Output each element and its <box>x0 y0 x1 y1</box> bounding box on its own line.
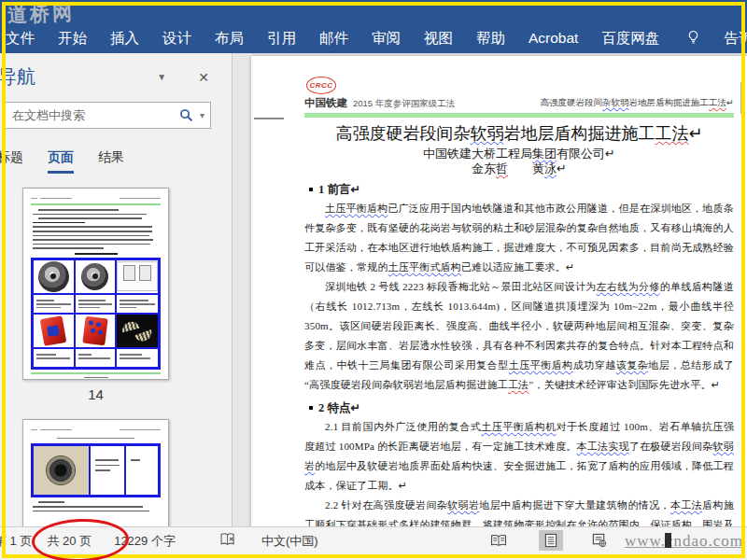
thumb-image-table <box>31 258 161 370</box>
cutterhead-photo-image <box>33 445 90 496</box>
paragraph: 深圳地铁 2 号线 2223 标段香梅北站～景田北站区间设计为左右线为分修的单线… <box>304 277 734 395</box>
menu-tab-审阅[interactable]: 审阅 <box>372 31 401 46</box>
lightbulb-icon <box>686 30 700 45</box>
header-rule-green <box>304 113 734 118</box>
status-bar: 第 1 页 共 20 页 12229 个字 中文(中国) <box>0 526 747 560</box>
daoqiao-watermark: 道桥网 <box>7 0 76 28</box>
ribbon-bar: 道桥网 文件开始插入设计布局引用邮件审阅视图帮助Acrobat百度网盘 告诉 <box>0 0 747 53</box>
menu-tab-插入[interactable]: 插入 <box>110 31 139 46</box>
nav-pane-header: 导航 ▼ ✕ <box>0 53 232 90</box>
cutter-disc-image <box>81 263 108 290</box>
thumb-crcc-logo-mark <box>31 429 37 431</box>
document-page[interactable]: CRCC 中国铁建 2015 年度参评国家级工法 高强度硬岩段间杂软弱岩地层盾构… <box>251 56 747 560</box>
paragraph: 2.1 目前国内外广泛使用的复合式土压平衡盾构机对于长度超过 100m、岩石单轴… <box>304 417 734 496</box>
thumb-header <box>31 427 161 433</box>
word-window: 道桥网 文件开始插入设计布局引用邮件审阅视图帮助Acrobat百度网盘 告诉 导… <box>0 0 747 560</box>
thumb-header <box>31 195 161 202</box>
menu-tab-引用[interactable]: 引用 <box>267 31 296 46</box>
menu-tab-Acrobat[interactable]: Acrobat <box>529 31 578 46</box>
menu-tab-tellme[interactable]: 告诉 <box>724 31 747 46</box>
thumb-crcc-logo-mark <box>31 198 37 200</box>
nav-tab-结果[interactable]: 结果 <box>98 149 124 174</box>
authors-line: 金东哲 黄泳↵ <box>304 161 734 176</box>
menu-tab-百度网盘[interactable]: 百度网盘 <box>601 31 659 46</box>
header-text-boundary-line <box>740 82 741 114</box>
menu-bar: 文件开始插入设计布局引用邮件审阅视图帮助Acrobat百度网盘 告诉 <box>0 30 747 53</box>
search-dropdown-chevron-icon[interactable]: ▾ <box>200 110 204 120</box>
document-area: CRCC 中国铁建 2015 年度参评国家级工法 高强度硬岩段间杂软弱岩地层盾构… <box>233 53 747 560</box>
watermark-cursor-block <box>665 533 671 548</box>
status-page-total[interactable]: 共 20 页 <box>47 533 92 550</box>
thumb-text-lines <box>31 501 161 511</box>
page-thumbnail-15[interactable] <box>22 419 169 531</box>
nav-tab-页面[interactable]: 页面 <box>48 149 74 174</box>
cndao-watermark: www.cndao.com <box>625 532 743 551</box>
menu-items: 文件开始插入设计布局引用邮件审阅视图帮助Acrobat百度网盘 <box>6 31 659 46</box>
status-word-count[interactable]: 12229 个字 <box>114 533 176 550</box>
web-layout-button[interactable] <box>587 530 612 551</box>
menu-tab-设计[interactable]: 设计 <box>162 31 191 46</box>
search-icon[interactable] <box>179 108 193 122</box>
red-part-image <box>40 315 67 346</box>
section-heading: 1 前言↵ <box>304 182 734 197</box>
menu-tab-布局[interactable]: 布局 <box>215 31 244 46</box>
paragraph-mark-square <box>309 188 313 191</box>
document-body: 1 前言↵土压平衡盾构已广泛应用于国内地铁隧道和其他市政公用隧道，但是在深圳地区… <box>304 182 734 554</box>
thumb-text-lines <box>31 209 161 249</box>
technical-drawing-image <box>117 261 158 291</box>
header-brand: 中国铁建 <box>304 96 347 110</box>
document-header: CRCC 中国铁建 2015 年度参评国家级工法 高强度硬岩段间杂软弱岩地层盾构… <box>304 77 734 110</box>
paragraph: 土压平衡盾构已广泛应用于国内地铁隧道和其他市政公用隧道，但是在深圳地区，地质条件… <box>304 199 734 277</box>
print-layout-button[interactable] <box>539 530 563 551</box>
paragraph-mark-square <box>309 406 313 410</box>
proofing-errors-icon[interactable] <box>220 533 237 546</box>
nav-tabs: 标题页面结果 <box>0 149 232 174</box>
red-part-image <box>82 315 107 345</box>
page-thumbnail-14[interactable] <box>22 188 169 380</box>
status-language[interactable]: 中文(中国) <box>261 533 318 550</box>
nav-pane-close-icon[interactable]: ✕ <box>198 70 209 85</box>
thumb-header-rule <box>31 203 161 205</box>
nav-tab-标题[interactable]: 标题 <box>0 149 23 174</box>
header-right-text: 高强度硬岩段间杂软弱岩地层盾构掘进施工工法↵ <box>541 97 734 110</box>
grayscale-scan-image <box>116 314 159 348</box>
search-input[interactable] <box>10 107 179 123</box>
thumbnail-page-number: 14 <box>88 386 104 402</box>
menu-tab-视图[interactable]: 视图 <box>424 31 453 46</box>
page-thumbnails: 14 <box>22 188 169 531</box>
read-mode-button[interactable] <box>486 530 511 551</box>
thumb-table-caption <box>75 253 118 255</box>
thumb-photo-table <box>31 443 161 497</box>
thumb-footer-rule <box>31 372 161 374</box>
menu-tab-文件[interactable]: 文件 <box>6 31 35 46</box>
nav-pane-options-chevron-icon[interactable]: ▼ <box>157 72 166 82</box>
navigation-pane: 导航 ▼ ✕ ▾ 标题页面结果 <box>0 53 233 560</box>
status-page-position[interactable]: 第 1 页 <box>0 533 32 550</box>
search-box[interactable]: ▾ <box>2 102 211 129</box>
header-left-text: 2015 年度参评国家级工法 <box>353 98 455 110</box>
section-heading: 2 特点↵ <box>304 400 734 415</box>
company-line: 中国铁建大桥工程局集团有限公司↵ <box>304 147 734 161</box>
crcc-logo: CRCC <box>306 77 336 94</box>
menu-tab-帮助[interactable]: 帮助 <box>476 31 505 46</box>
menu-tab-开始[interactable]: 开始 <box>58 31 87 46</box>
main-area: 导航 ▼ ✕ ▾ 标题页面结果 <box>0 53 747 560</box>
nav-pane-title: 导航 <box>0 64 157 90</box>
menu-tab-邮件[interactable]: 邮件 <box>319 31 348 46</box>
cutter-disc-image <box>38 261 69 292</box>
document-title: 高强度硬岩段间杂软弱岩地层盾构掘进施工工法↵ <box>304 122 734 145</box>
